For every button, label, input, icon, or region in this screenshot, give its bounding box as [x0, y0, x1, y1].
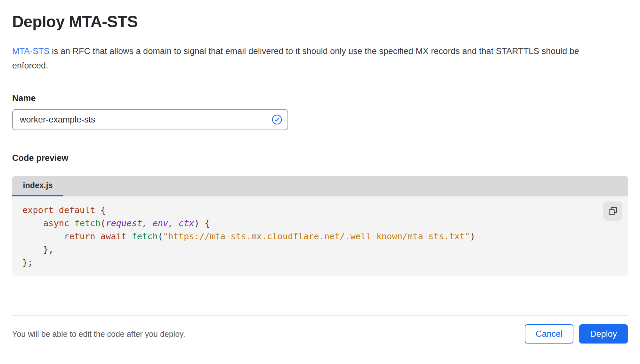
copy-icon	[608, 206, 618, 216]
footer: You will be able to edit the code after …	[12, 316, 628, 344]
code-line: },	[22, 243, 628, 256]
page-title: Deploy MTA-STS	[12, 12, 628, 31]
code-tab-bar: index.js	[12, 176, 628, 196]
worker-name-input[interactable]	[20, 115, 271, 125]
check-circle-icon	[271, 114, 282, 125]
tab-index-js[interactable]: index.js	[12, 176, 63, 196]
mta-sts-link[interactable]: MTA-STS	[12, 46, 50, 56]
deploy-button[interactable]: Deploy	[579, 324, 628, 344]
footer-actions: Cancel Deploy	[525, 324, 628, 344]
page-description-text: is an RFC that allows a domain to signal…	[12, 46, 579, 70]
cancel-button[interactable]: Cancel	[525, 324, 573, 344]
page-description: MTA-STS is an RFC that allows a domain t…	[12, 44, 608, 73]
copy-code-button[interactable]	[603, 202, 622, 221]
code-line: export default {	[22, 203, 628, 217]
code-line: return await fetch("https://mta-sts.mx.c…	[22, 230, 628, 243]
footer-note: You will be able to edit the code after …	[12, 329, 185, 339]
code-area: export default { async fetch(request, en…	[12, 196, 628, 276]
deploy-mta-sts-page: Deploy MTA-STS MTA-STS is an RFC that al…	[0, 12, 640, 344]
code-line: };	[22, 256, 628, 269]
code-preview-label: Code preview	[12, 153, 628, 163]
code-content: export default { async fetch(request, en…	[12, 203, 628, 269]
worker-name-field	[12, 109, 288, 130]
code-line: async fetch(request, env, ctx) {	[22, 217, 628, 230]
code-preview-block: index.js export default { async fetch(re…	[12, 176, 628, 276]
name-label: Name	[12, 93, 628, 103]
